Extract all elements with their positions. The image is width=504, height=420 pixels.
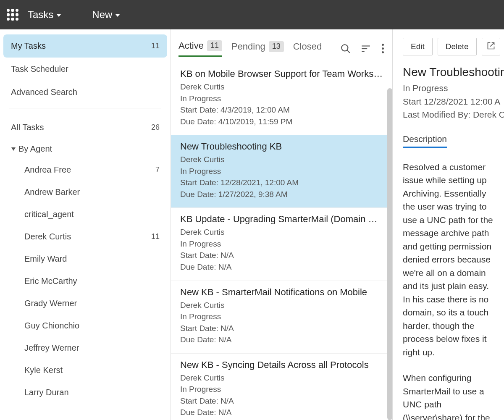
- detail-modified: Last Modified By: Derek C: [403, 108, 494, 121]
- agent-name: critical_agent: [24, 210, 74, 219]
- task-meta: In Progress: [180, 165, 383, 177]
- caret-down-icon: [116, 14, 120, 17]
- tab-active-label: Active: [178, 40, 204, 51]
- agent-item[interactable]: Emily Ward: [3, 248, 167, 270]
- scrollbar[interactable]: [387, 88, 392, 420]
- task-meta: Derek Curtis: [180, 81, 383, 93]
- task-card[interactable]: New KB - SmarterMail Notifications on Mo…: [171, 281, 392, 354]
- task-meta: Start Date: N/A: [180, 323, 383, 334]
- task-meta: Start Date: 12/28/2021, 12:00 AM: [180, 177, 383, 189]
- task-meta: Derek Curtis: [180, 226, 383, 238]
- task-title: New Troubleshooting KB: [180, 141, 383, 152]
- para: Resolved a customer issue while setting …: [403, 160, 494, 359]
- task-list-panel: Active 11 Pending 13 Closed KB on Mobile…: [171, 29, 393, 420]
- task-card[interactable]: New Troubleshooting KBDerek CurtisIn Pro…: [171, 135, 392, 208]
- main-layout: My Tasks11Task SchedulerAdvanced Search …: [0, 29, 504, 420]
- task-title: KB Update - Upgrading SmarterMail (Domai…: [180, 214, 383, 225]
- sidebar-item[interactable]: Advanced Search: [3, 81, 167, 104]
- task-card[interactable]: New KB - Syncing Details Across all Prot…: [171, 354, 392, 420]
- tab-active-badge: 11: [207, 40, 222, 51]
- topbar-title: Tasks: [28, 9, 53, 21]
- new-dropdown[interactable]: New: [88, 6, 124, 23]
- triangle-down-icon: [11, 147, 16, 151]
- tab-closed[interactable]: Closed: [293, 41, 322, 56]
- agent-item[interactable]: Kyle Kerst: [3, 359, 167, 381]
- sidebar-item-all-tasks[interactable]: All Tasks 26: [3, 116, 167, 139]
- sidebar-item[interactable]: Task Scheduler: [3, 58, 167, 81]
- sidebar-item-label: Task Scheduler: [11, 64, 68, 74]
- task-meta: Start Date: N/A: [180, 249, 383, 261]
- new-label: New: [92, 9, 112, 21]
- agent-name: Emily Ward: [24, 254, 67, 264]
- tab-pending[interactable]: Pending 13: [231, 41, 284, 56]
- agent-item[interactable]: Derek Curtis11: [3, 226, 167, 248]
- tab-pending-badge: 13: [269, 41, 284, 52]
- apps-grid-icon[interactable]: [7, 9, 18, 21]
- task-meta: Start Date: 4/3/2019, 12:00 AM: [180, 104, 383, 116]
- task-meta: In Progress: [180, 93, 383, 105]
- sidebar-item-count: 11: [151, 42, 160, 50]
- task-card[interactable]: KB Update - Upgrading SmarterMail (Domai…: [171, 208, 392, 281]
- agent-name: Kyle Kerst: [24, 365, 63, 375]
- agent-item[interactable]: Grady Werner: [3, 292, 167, 315]
- agent-name: Derek Curtis: [24, 232, 71, 242]
- tab-pending-label: Pending: [231, 41, 265, 52]
- delete-button[interactable]: Delete: [438, 38, 477, 55]
- detail-toolbar: Edit Delete: [403, 38, 494, 55]
- task-meta: Due Date: N/A: [180, 334, 383, 346]
- agent-item[interactable]: Guy Chionchio: [3, 315, 167, 337]
- agent-item[interactable]: Andrea Free7: [3, 159, 167, 181]
- agent-name: Andrea Free: [24, 165, 71, 175]
- agent-name: Eric McCarthy: [24, 276, 77, 286]
- detail-start: Start 12/28/2021 12:00 A: [403, 95, 494, 108]
- top-bar: Tasks New: [0, 0, 504, 29]
- task-meta: Due Date: N/A: [180, 407, 383, 418]
- task-meta: Derek Curtis: [180, 372, 383, 384]
- task-meta: In Progress: [180, 383, 383, 395]
- detail-title: New Troubleshootin: [403, 66, 494, 79]
- sidebar: My Tasks11Task SchedulerAdvanced Search …: [0, 29, 171, 420]
- description-body: Resolved a customer issue while setting …: [403, 160, 494, 420]
- sidebar-item-label: My Tasks: [11, 41, 46, 51]
- all-tasks-count: 26: [151, 123, 160, 132]
- agent-item[interactable]: Andrew Barker: [3, 181, 167, 203]
- agent-item[interactable]: Eric McCarthy: [3, 270, 167, 292]
- detail-panel: Edit Delete New Troubleshootin In Progre…: [393, 29, 504, 420]
- agent-item[interactable]: Larry Duran: [3, 381, 167, 404]
- task-meta: Derek Curtis: [180, 299, 383, 311]
- task-card[interactable]: KB on Mobile Browser Support for Team Wo…: [171, 63, 392, 135]
- divider: [9, 108, 161, 108]
- agent-name: Larry Duran: [24, 388, 69, 397]
- task-meta: In Progress: [180, 311, 383, 323]
- task-title: New KB - SmarterMail Notifications on Mo…: [180, 287, 383, 298]
- agent-count: 11: [151, 232, 160, 241]
- task-items: KB on Mobile Browser Support for Team Wo…: [171, 63, 392, 420]
- svg-line-1: [347, 50, 350, 53]
- sidebar-item-label: Advanced Search: [11, 87, 77, 97]
- agent-name: Jeffrey Werner: [24, 343, 79, 353]
- agent-count: 7: [155, 165, 160, 174]
- svg-point-0: [341, 45, 348, 51]
- tab-active[interactable]: Active 11: [178, 40, 222, 57]
- task-meta: Start Date: N/A: [180, 395, 383, 407]
- agent-name: Guy Chionchio: [24, 321, 79, 331]
- task-meta: Derek Curtis: [180, 154, 383, 165]
- task-meta: Due Date: N/A: [180, 261, 383, 273]
- agent-item[interactable]: Jeffrey Werner: [3, 337, 167, 359]
- agent-item[interactable]: critical_agent: [3, 203, 167, 226]
- para: When configuring SmarterMail to use a UN…: [403, 371, 494, 420]
- search-icon[interactable]: [340, 41, 351, 56]
- task-meta: Due Date: 4/10/2019, 11:59 PM: [180, 116, 383, 128]
- section-description[interactable]: Description: [403, 134, 447, 148]
- detail-status: In Progress: [403, 81, 494, 95]
- task-meta: In Progress: [180, 238, 383, 250]
- edit-button[interactable]: Edit: [403, 38, 433, 55]
- group-by-agent[interactable]: By Agent: [3, 139, 167, 159]
- sort-icon[interactable]: [360, 41, 371, 56]
- tab-closed-label: Closed: [293, 41, 322, 52]
- more-icon[interactable]: [381, 41, 385, 56]
- sidebar-item[interactable]: My Tasks11: [3, 34, 167, 58]
- open-external-icon[interactable]: [482, 38, 500, 55]
- agent-name: Andrew Barker: [24, 187, 80, 197]
- tasks-dropdown[interactable]: Tasks: [24, 6, 65, 23]
